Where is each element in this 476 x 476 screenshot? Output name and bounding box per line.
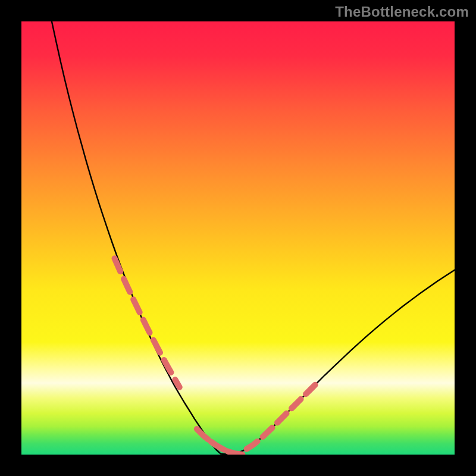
series-dash-overlay-bottom	[197, 429, 242, 455]
series-dash-overlay-left	[115, 258, 180, 387]
curve-layer	[21, 21, 455, 455]
series-dash-overlay-right	[247, 382, 318, 449]
series-curve	[52, 21, 455, 455]
plot-area	[21, 21, 455, 455]
watermark-text: TheBottleneck.com	[335, 4, 469, 20]
chart-frame: TheBottleneck.com	[0, 0, 476, 476]
